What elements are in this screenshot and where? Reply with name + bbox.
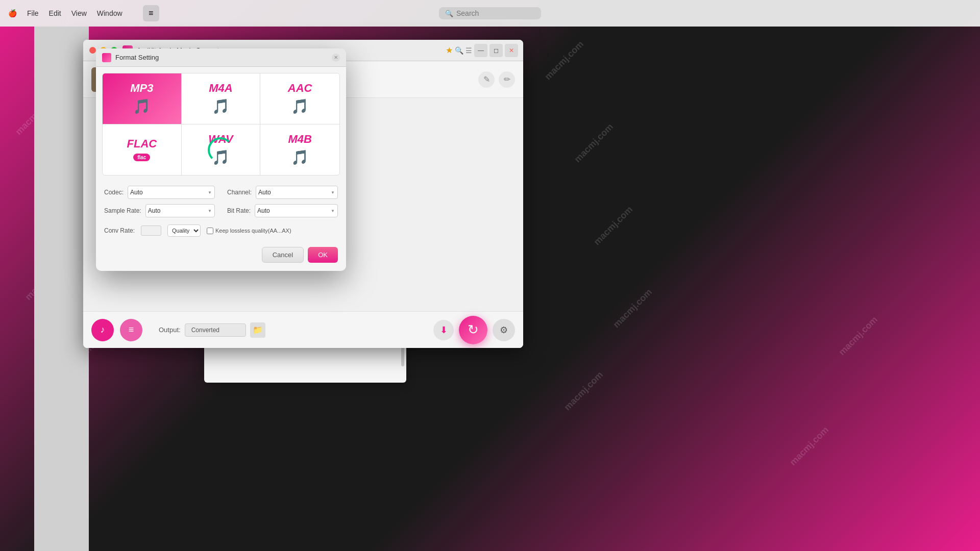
bit-rate-select[interactable]: Auto 128kbps 192kbps 256kbps 320kbps	[255, 204, 338, 217]
format-m4a-icon: 🎵	[212, 98, 230, 115]
title-bar-actions: ★ 🔍 ☰ — ◻ ✕	[446, 44, 518, 57]
keep-lossless-checkbox[interactable]	[207, 228, 213, 234]
channel-select[interactable]: Auto Stereo Mono	[256, 186, 338, 199]
search-icon: 🔍	[445, 10, 453, 17]
format-flac[interactable]: FLAC flac	[103, 124, 182, 175]
conv-rate-box	[141, 226, 161, 236]
sample-rate-select[interactable]: Auto 44100 48000	[145, 204, 215, 217]
list-icon[interactable]: ☰	[465, 46, 472, 55]
output-label: Output:	[159, 326, 181, 334]
output-section: Output: Converted 📁	[159, 322, 265, 338]
menubar: 🍎 File Edit View Window ≡ 🔍	[0, 0, 980, 27]
format-flac-label: FLAC	[127, 138, 157, 149]
format-aac-label: AAC	[288, 83, 312, 94]
modal-title-bar: Format Setting ✕	[96, 48, 346, 67]
format-flac-badge: flac	[133, 154, 150, 161]
menubar-edit[interactable]: Edit	[49, 9, 61, 17]
bottom-bar: ♪ ≡ Output: Converted 📁 ⬇ ↻ ⚙	[83, 311, 523, 348]
channel-setting: Channel: Auto Stereo Mono	[227, 186, 338, 199]
format-mp3-icon: 🎵	[133, 98, 151, 115]
track-action-buttons: ✎ ✏	[478, 71, 515, 88]
channel-label: Channel:	[227, 189, 252, 196]
menubar-view[interactable]: View	[71, 9, 87, 17]
settings-row-2: Sample Rate: Auto 44100 48000 Bit Rate: …	[104, 204, 338, 217]
toolbar-list-icon[interactable]: ≡	[143, 5, 159, 21]
format-m4b-label: M4B	[288, 134, 311, 145]
conv-rate-label: Conv Rate:	[104, 227, 135, 234]
format-m4a-label: M4A	[209, 83, 232, 94]
channel-select-wrapper[interactable]: Auto Stereo Mono	[256, 186, 338, 199]
format-wav-icon: 🎵	[212, 149, 230, 166]
ok-button[interactable]: OK	[308, 247, 338, 263]
search-bar[interactable]: 🔍	[439, 7, 541, 19]
modal-close-button[interactable]: ✕	[332, 54, 340, 62]
menubar-items: 🍎 File Edit View Window ≡	[8, 5, 159, 21]
sample-rate-select-wrapper[interactable]: Auto 44100 48000	[145, 204, 215, 217]
add-music-button[interactable]: ♪	[91, 319, 114, 341]
edit-tags-button[interactable]: ✎	[478, 71, 495, 88]
star-icon[interactable]: ★	[446, 45, 453, 55]
settings-button[interactable]: ⚙	[493, 319, 515, 341]
format-aac-icon: 🎵	[291, 98, 309, 115]
left-panel	[34, 27, 89, 551]
sample-rate-label: Sample Rate:	[104, 207, 141, 214]
search-title-icon[interactable]: 🔍	[455, 46, 463, 55]
sample-rate-setting: Sample Rate: Auto 44100 48000	[104, 204, 215, 217]
edit-details-button[interactable]: ✏	[499, 71, 515, 88]
folder-icon: 📁	[253, 325, 263, 335]
modal-buttons: Cancel OK	[96, 243, 346, 271]
format-m4b[interactable]: M4B 🎵	[260, 124, 339, 175]
settings-row-1: Codec: Auto MP3 AAC Channel: Auto Stereo	[104, 186, 338, 199]
close-button[interactable]	[89, 47, 96, 54]
close-action-btn[interactable]: ✕	[505, 44, 518, 57]
codec-select[interactable]: Auto MP3 AAC	[128, 186, 215, 199]
settings-section: Codec: Auto MP3 AAC Channel: Auto Stereo	[96, 182, 346, 243]
format-mp3[interactable]: MP3 🎵	[103, 73, 182, 124]
menubar-apple[interactable]: 🍎	[8, 9, 17, 17]
bit-rate-label: Bit Rate:	[227, 207, 251, 214]
add-music-icon: ♪	[101, 324, 105, 335]
format-modal: Format Setting ✕ MP3 🎵 M4A 🎵 AAC 🎵 FLAC …	[96, 48, 346, 271]
bit-rate-select-wrapper[interactable]: Auto 128kbps 192kbps 256kbps 320kbps	[255, 204, 338, 217]
cancel-button[interactable]: Cancel	[262, 247, 304, 263]
format-aac[interactable]: AAC 🎵	[260, 73, 339, 124]
codec-setting: Codec: Auto MP3 AAC	[104, 186, 215, 199]
search-input[interactable]	[456, 9, 528, 17]
codec-select-wrapper[interactable]: Auto MP3 AAC	[128, 186, 215, 199]
menubar-window[interactable]: Window	[97, 9, 122, 17]
conv-rate-row: Conv Rate: Quality Keep lossless quality…	[104, 222, 338, 239]
download-icon: ⬇	[440, 324, 448, 336]
format-grid: MP3 🎵 M4A 🎵 AAC 🎵 FLAC flac WAV 🎵 M4B	[102, 73, 340, 176]
menu-list-button[interactable]: ≡	[120, 319, 142, 341]
bit-rate-setting: Bit Rate: Auto 128kbps 192kbps 256kbps 3…	[227, 204, 338, 217]
convert-icon: ↻	[468, 322, 479, 338]
list-menu-icon: ≡	[129, 324, 134, 335]
restore-action-btn[interactable]: ◻	[489, 44, 503, 57]
format-wav-label: WAV	[208, 134, 233, 145]
convert-button[interactable]: ↻	[459, 316, 487, 344]
menubar-file[interactable]: File	[27, 9, 39, 17]
format-m4b-icon: 🎵	[291, 149, 309, 166]
minimize-action-btn[interactable]: —	[474, 44, 487, 57]
browse-folder-button[interactable]: 📁	[250, 322, 265, 338]
keep-lossless-label[interactable]: Keep lossless quality(AA...AX)	[207, 228, 291, 234]
quality-select[interactable]: Quality	[167, 224, 201, 237]
codec-label: Codec:	[104, 189, 124, 196]
modal-app-icon	[102, 53, 111, 62]
format-m4a[interactable]: M4A 🎵	[182, 73, 261, 124]
format-mp3-label: MP3	[130, 83, 153, 94]
modal-title: Format Setting	[115, 54, 159, 61]
output-path: Converted	[185, 323, 246, 337]
download-icon-btn[interactable]: ⬇	[433, 320, 454, 340]
settings-icon: ⚙	[500, 324, 508, 336]
format-wav[interactable]: WAV 🎵	[182, 124, 261, 175]
